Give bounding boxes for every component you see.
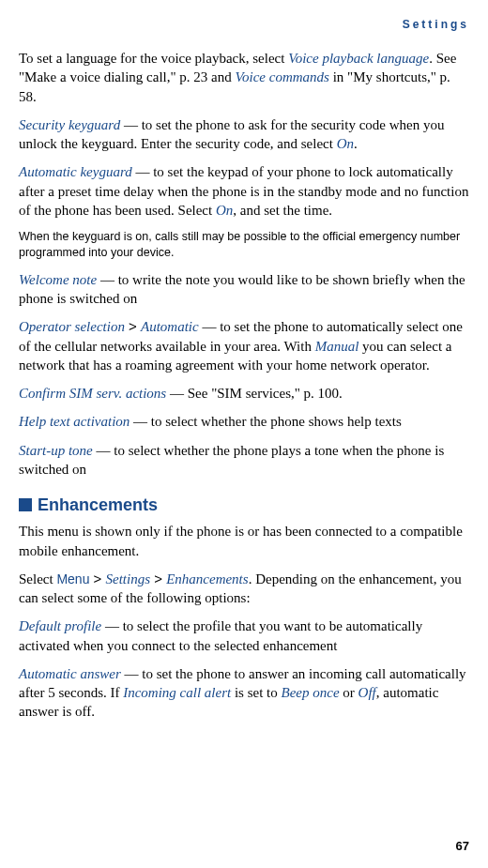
term-automatic-keyguard: Automatic keyguard	[19, 164, 132, 179]
breadcrumb-separator: >	[150, 571, 166, 586]
paragraph-voice-playback: To set a language for the voice playback…	[19, 49, 469, 106]
term-automatic-answer: Automatic answer	[19, 666, 121, 681]
term-automatic: Automatic	[141, 319, 199, 334]
link-beep-once[interactable]: Beep once	[282, 685, 340, 700]
link-off[interactable]: Off	[358, 685, 376, 700]
paragraph-default-profile: Default profile — to select the profile …	[19, 617, 469, 655]
paragraph-confirm-sim: Confirm SIM serv. actions — See "SIM ser…	[19, 384, 469, 403]
link-voice-commands[interactable]: Voice commands	[236, 69, 329, 84]
paragraph-welcome-note: Welcome note — to write the note you wou…	[19, 270, 469, 309]
link-on[interactable]: On	[337, 136, 354, 151]
paragraph-automatic-answer: Automatic answer — to set the phone to a…	[19, 664, 469, 722]
term-security-keyguard: Security keyguard	[19, 117, 120, 132]
text: or	[340, 685, 358, 700]
link-manual[interactable]: Manual	[315, 339, 359, 354]
term-confirm-sim: Confirm SIM serv. actions	[19, 386, 166, 401]
link-incoming-call-alert[interactable]: Incoming call alert	[123, 685, 231, 700]
link-settings[interactable]: Settings	[106, 571, 151, 586]
term-startup-tone: Start-up tone	[19, 443, 93, 458]
term-default-profile: Default profile	[19, 618, 101, 633]
page-header: Settings	[19, 17, 469, 32]
breadcrumb-separator: >	[89, 571, 105, 586]
text: .	[354, 136, 358, 151]
paragraph-startup-tone: Start-up tone — to select whether the ph…	[19, 441, 469, 480]
paragraph-automatic-keyguard: Automatic keyguard — to set the keypad o…	[19, 162, 469, 220]
paragraph-help-text: Help text activation — to select whether…	[19, 412, 469, 431]
text: — to select whether the phone shows help…	[130, 414, 402, 429]
square-bullet-icon	[19, 498, 32, 511]
section-heading-enhancements: Enhancements	[19, 494, 469, 516]
link-enhancements[interactable]: Enhancements	[166, 571, 248, 586]
heading-text: Enhancements	[38, 495, 158, 514]
paragraph-operator-selection: Operator selection > Automatic — to set …	[19, 317, 469, 374]
note-emergency-calls: When the keyguard is on, calls still may…	[19, 229, 469, 261]
page-number: 67	[456, 838, 469, 855]
breadcrumb-separator: >	[125, 318, 141, 334]
term-operator-selection: Operator selection	[19, 319, 125, 334]
term-welcome-note: Welcome note	[19, 272, 97, 287]
link-voice-playback-language[interactable]: Voice playback language	[288, 51, 429, 66]
text: — See "SIM services," p. 100.	[166, 386, 343, 401]
paragraph-enhancements-intro: This menu is shown only if the phone is …	[19, 522, 469, 560]
paragraph-security-keyguard: Security keyguard — to set the phone to …	[19, 115, 469, 154]
link-on[interactable]: On	[216, 203, 233, 218]
text: Select	[19, 571, 56, 586]
text: To set a language for the voice playback…	[19, 51, 288, 66]
paragraph-select-menu: Select Menu > Settings > Enhancements. D…	[19, 570, 469, 608]
link-menu[interactable]: Menu	[56, 571, 89, 586]
text: is set to	[231, 685, 281, 700]
term-help-text-activation: Help text activation	[19, 414, 130, 429]
text: , and set the time.	[233, 203, 332, 218]
